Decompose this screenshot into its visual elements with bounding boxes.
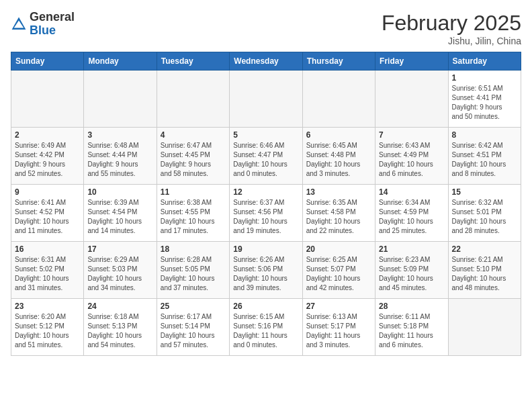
day-cell: 7Sunrise: 6:43 AM Sunset: 4:49 PM Daylig… xyxy=(375,128,448,185)
day-cell: 8Sunrise: 6:42 AM Sunset: 4:51 PM Daylig… xyxy=(448,128,521,185)
day-number: 12 xyxy=(233,187,298,197)
day-info: Sunrise: 6:48 AM Sunset: 4:44 PM Dayligh… xyxy=(87,141,152,179)
logo-blue: Blue xyxy=(30,24,56,37)
day-info: Sunrise: 6:45 AM Sunset: 4:48 PM Dayligh… xyxy=(306,141,371,179)
day-cell: 4Sunrise: 6:47 AM Sunset: 4:45 PM Daylig… xyxy=(157,128,229,185)
logo-icon xyxy=(11,16,27,32)
day-cell: 9Sunrise: 6:41 AM Sunset: 4:52 PM Daylig… xyxy=(11,185,84,242)
day-info: Sunrise: 6:32 AM Sunset: 5:01 PM Dayligh… xyxy=(452,198,517,236)
day-cell xyxy=(448,299,521,356)
day-cell: 15Sunrise: 6:32 AM Sunset: 5:01 PM Dayli… xyxy=(448,185,521,242)
weekday-header-tuesday: Tuesday xyxy=(157,52,229,71)
day-cell xyxy=(84,71,157,128)
day-info: Sunrise: 6:18 AM Sunset: 5:13 PM Dayligh… xyxy=(87,312,152,350)
location: Jishu, Jilin, China xyxy=(382,36,521,46)
day-number: 20 xyxy=(306,244,371,254)
weekday-header-saturday: Saturday xyxy=(448,52,521,71)
day-cell xyxy=(230,71,302,128)
week-row-3: 9Sunrise: 6:41 AM Sunset: 4:52 PM Daylig… xyxy=(11,185,521,242)
day-cell xyxy=(375,71,448,128)
day-cell xyxy=(157,71,229,128)
day-info: Sunrise: 6:11 AM Sunset: 5:18 PM Dayligh… xyxy=(379,312,444,350)
day-info: Sunrise: 6:38 AM Sunset: 4:55 PM Dayligh… xyxy=(161,198,226,236)
day-number: 15 xyxy=(452,187,517,197)
day-number: 6 xyxy=(306,130,371,140)
day-cell: 26Sunrise: 6:15 AM Sunset: 5:16 PM Dayli… xyxy=(230,299,302,356)
day-cell: 27Sunrise: 6:13 AM Sunset: 5:17 PM Dayli… xyxy=(302,299,375,356)
day-cell: 10Sunrise: 6:39 AM Sunset: 4:54 PM Dayli… xyxy=(84,185,157,242)
day-number: 7 xyxy=(379,130,444,140)
day-info: Sunrise: 6:13 AM Sunset: 5:17 PM Dayligh… xyxy=(306,312,371,350)
day-cell: 21Sunrise: 6:23 AM Sunset: 5:09 PM Dayli… xyxy=(375,242,448,299)
week-row-4: 16Sunrise: 6:31 AM Sunset: 5:02 PM Dayli… xyxy=(11,242,521,299)
day-number: 14 xyxy=(379,187,444,197)
day-cell: 13Sunrise: 6:35 AM Sunset: 4:58 PM Dayli… xyxy=(302,185,375,242)
day-number: 24 xyxy=(87,302,152,311)
day-number: 22 xyxy=(452,244,517,254)
day-info: Sunrise: 6:34 AM Sunset: 4:59 PM Dayligh… xyxy=(379,198,444,236)
day-info: Sunrise: 6:46 AM Sunset: 4:47 PM Dayligh… xyxy=(233,141,298,179)
week-row-1: 1Sunrise: 6:51 AM Sunset: 4:41 PM Daylig… xyxy=(11,71,521,128)
page-header: General Blue February 2025 Jishu, Jilin,… xyxy=(11,11,521,46)
day-info: Sunrise: 6:35 AM Sunset: 4:58 PM Dayligh… xyxy=(306,198,371,236)
day-info: Sunrise: 6:47 AM Sunset: 4:45 PM Dayligh… xyxy=(161,141,226,179)
day-cell: 5Sunrise: 6:46 AM Sunset: 4:47 PM Daylig… xyxy=(230,128,302,185)
day-info: Sunrise: 6:49 AM Sunset: 4:42 PM Dayligh… xyxy=(15,141,80,179)
week-row-2: 2Sunrise: 6:49 AM Sunset: 4:42 PM Daylig… xyxy=(11,128,521,185)
weekday-header-sunday: Sunday xyxy=(11,52,84,71)
day-number: 3 xyxy=(87,130,152,140)
day-cell: 17Sunrise: 6:29 AM Sunset: 5:03 PM Dayli… xyxy=(84,242,157,299)
day-cell: 18Sunrise: 6:28 AM Sunset: 5:05 PM Dayli… xyxy=(157,242,229,299)
day-number: 16 xyxy=(15,244,80,254)
weekday-header-wednesday: Wednesday xyxy=(230,52,302,71)
day-number: 19 xyxy=(233,244,298,254)
day-info: Sunrise: 6:41 AM Sunset: 4:52 PM Dayligh… xyxy=(15,198,80,236)
day-info: Sunrise: 6:29 AM Sunset: 5:03 PM Dayligh… xyxy=(87,255,152,293)
day-number: 25 xyxy=(161,302,226,311)
day-number: 18 xyxy=(161,244,226,254)
day-info: Sunrise: 6:28 AM Sunset: 5:05 PM Dayligh… xyxy=(161,255,226,293)
day-cell: 23Sunrise: 6:20 AM Sunset: 5:12 PM Dayli… xyxy=(11,299,84,356)
day-info: Sunrise: 6:20 AM Sunset: 5:12 PM Dayligh… xyxy=(15,312,80,350)
day-number: 23 xyxy=(15,302,80,311)
logo-text: General Blue xyxy=(30,11,75,38)
day-number: 28 xyxy=(379,302,444,311)
day-number: 26 xyxy=(233,302,298,311)
day-number: 5 xyxy=(233,130,298,140)
day-cell: 28Sunrise: 6:11 AM Sunset: 5:18 PM Dayli… xyxy=(375,299,448,356)
logo: General Blue xyxy=(11,11,75,38)
weekday-header-monday: Monday xyxy=(84,52,157,71)
day-cell: 3Sunrise: 6:48 AM Sunset: 4:44 PM Daylig… xyxy=(84,128,157,185)
day-number: 11 xyxy=(161,187,226,197)
day-cell: 6Sunrise: 6:45 AM Sunset: 4:48 PM Daylig… xyxy=(302,128,375,185)
logo-general: General xyxy=(30,10,75,24)
day-number: 2 xyxy=(15,130,80,140)
day-cell: 2Sunrise: 6:49 AM Sunset: 4:42 PM Daylig… xyxy=(11,128,84,185)
day-info: Sunrise: 6:39 AM Sunset: 4:54 PM Dayligh… xyxy=(87,198,152,236)
day-cell: 1Sunrise: 6:51 AM Sunset: 4:41 PM Daylig… xyxy=(448,71,521,128)
day-info: Sunrise: 6:23 AM Sunset: 5:09 PM Dayligh… xyxy=(379,255,444,293)
day-info: Sunrise: 6:17 AM Sunset: 5:14 PM Dayligh… xyxy=(161,312,226,350)
day-cell: 11Sunrise: 6:38 AM Sunset: 4:55 PM Dayli… xyxy=(157,185,229,242)
day-number: 21 xyxy=(379,244,444,254)
day-cell: 24Sunrise: 6:18 AM Sunset: 5:13 PM Dayli… xyxy=(84,299,157,356)
day-number: 17 xyxy=(87,244,152,254)
day-info: Sunrise: 6:21 AM Sunset: 5:10 PM Dayligh… xyxy=(452,255,517,293)
day-info: Sunrise: 6:26 AM Sunset: 5:06 PM Dayligh… xyxy=(233,255,298,293)
day-number: 9 xyxy=(15,187,80,197)
day-cell: 20Sunrise: 6:25 AM Sunset: 5:07 PM Dayli… xyxy=(302,242,375,299)
day-number: 1 xyxy=(452,73,517,83)
day-number: 8 xyxy=(452,130,517,140)
day-info: Sunrise: 6:31 AM Sunset: 5:02 PM Dayligh… xyxy=(15,255,80,293)
weekday-header-thursday: Thursday xyxy=(302,52,375,71)
week-row-5: 23Sunrise: 6:20 AM Sunset: 5:12 PM Dayli… xyxy=(11,299,521,356)
day-number: 4 xyxy=(161,130,226,140)
day-info: Sunrise: 6:51 AM Sunset: 4:41 PM Dayligh… xyxy=(452,84,517,122)
weekday-header-row: SundayMondayTuesdayWednesdayThursdayFrid… xyxy=(11,52,521,71)
day-cell: 25Sunrise: 6:17 AM Sunset: 5:14 PM Dayli… xyxy=(157,299,229,356)
day-info: Sunrise: 6:25 AM Sunset: 5:07 PM Dayligh… xyxy=(306,255,371,293)
day-cell xyxy=(302,71,375,128)
day-cell: 19Sunrise: 6:26 AM Sunset: 5:06 PM Dayli… xyxy=(230,242,302,299)
month-title: February 2025 xyxy=(382,11,521,36)
day-info: Sunrise: 6:42 AM Sunset: 4:51 PM Dayligh… xyxy=(452,141,517,179)
